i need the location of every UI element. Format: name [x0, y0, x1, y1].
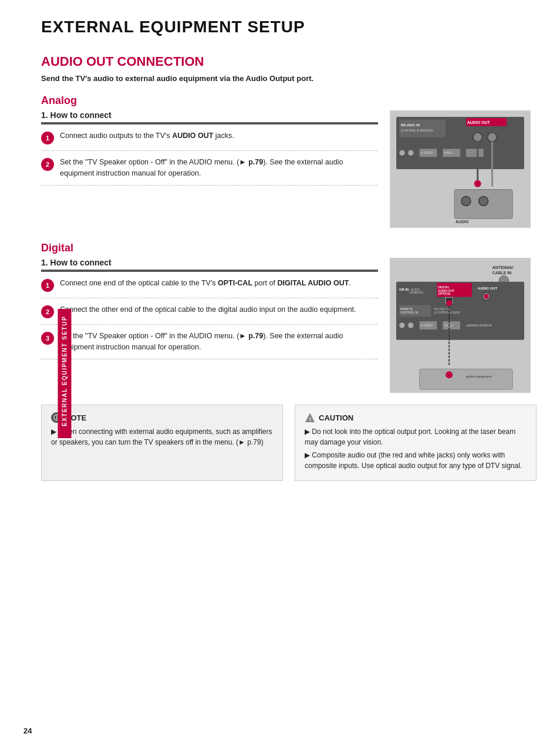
analog-step-text-1: Connect audio outputs to the TV's AUDIO …: [60, 130, 234, 142]
svg-rect-13: [466, 149, 484, 157]
svg-text:S-VIDEO: S-VIDEO: [421, 152, 433, 154]
svg-point-21: [479, 197, 488, 206]
digital-step-text-3: Set the "TV Speaker option - Off" in the…: [60, 331, 378, 353]
svg-text:GB IN: GB IN: [399, 288, 409, 291]
svg-point-9: [399, 150, 405, 156]
note-text: When connecting with external audio equi…: [51, 426, 273, 447]
svg-rect-53: [420, 369, 513, 389]
svg-text:S-VIDEO: S-VIDEO: [421, 324, 433, 327]
digital-step-heading: 1. How to connect: [41, 258, 378, 271]
analog-step-number-1: 1: [41, 132, 54, 144]
svg-point-7: [473, 133, 483, 142]
section-intro: Send the TV's audio to external audio eq…: [41, 74, 537, 83]
analog-steps: 1. How to connect 1 Connect audio output…: [41, 110, 378, 228]
page-title: EXTERNAL EQUIPMENT SETUP: [41, 18, 537, 36]
svg-text:OPTICAL: OPTICAL: [438, 292, 451, 295]
caution-box: ! CAUTION Do not look into the optical o…: [295, 405, 537, 481]
svg-text:DIGITAL: DIGITAL: [438, 286, 449, 289]
analog-step-group: 1 Connect audio outputs to the TV's AUDI…: [41, 123, 378, 186]
svg-text:AUDIO: AUDIO: [411, 288, 420, 291]
digital-image-col: ANTENNA/ CABLE IN GB IN AUDIO (RGB/DVI): [390, 258, 537, 393]
svg-text:L(MONO)-AUDIO-R: L(MONO)-AUDIO-R: [466, 324, 492, 327]
note-box: ⓘ NOTE When connecting with external aud…: [41, 405, 283, 481]
caution-title-text: CAUTION: [319, 413, 353, 422]
svg-point-10: [408, 150, 414, 156]
svg-point-44: [399, 322, 405, 328]
digital-step-text-2: Connect the other end of the optical cab…: [60, 304, 356, 315]
svg-point-52: [446, 300, 452, 306]
digital-steps: 1. How to connect 1 Connect one end of t…: [41, 258, 378, 393]
svg-point-38: [484, 294, 489, 298]
digital-sub-heading: Digital: [41, 242, 537, 254]
digital-step-2: 2 Connect the other end of the optical c…: [41, 298, 378, 325]
svg-text:VIDEO: VIDEO: [444, 152, 453, 154]
digital-step-number-2: 2: [41, 305, 54, 318]
analog-section: Analog 1. How to connect 1 Connect audio…: [41, 95, 537, 228]
caution-text-2: Composite audio out (the red and white j…: [305, 450, 527, 471]
digital-step-number-1: 1: [41, 279, 54, 292]
digital-step-number-3: 3: [41, 332, 54, 345]
sidebar-label: EXTERNAL EQUIPMENT SETUP: [58, 309, 72, 438]
analog-sub-heading: Analog: [41, 95, 537, 107]
digital-step-text-1: Connect one end of the optical cable to …: [60, 278, 351, 289]
svg-text:AUDIO: AUDIO: [456, 220, 469, 224]
caution-title: ! CAUTION: [305, 412, 527, 423]
svg-text:ANTENNA/: ANTENNA/: [492, 265, 514, 270]
svg-text:(CONTROL & SERV: (CONTROL & SERV: [434, 311, 461, 314]
svg-text:audio equipment: audio equipment: [466, 375, 492, 378]
svg-text:CABLE IN: CABLE IN: [492, 271, 512, 275]
section-heading-audio-out: AUDIO OUT CONNECTION: [41, 54, 537, 69]
svg-point-54: [446, 371, 453, 378]
caution-icon: !: [305, 412, 315, 423]
svg-point-45: [408, 322, 414, 328]
svg-text:RS-232C IN: RS-232C IN: [401, 123, 420, 127]
analog-step-text-2: Set the "TV Speaker option - Off" in the…: [60, 157, 378, 179]
digital-tv-image: ANTENNA/ CABLE IN GB IN AUDIO (RGB/DVI): [390, 258, 531, 393]
svg-text:AUDIO OUT: AUDIO OUT: [478, 287, 498, 290]
svg-text:REMOTE: REMOTE: [400, 308, 413, 311]
svg-text:!: !: [309, 416, 311, 422]
analog-tv-image: RS-232C IN (CONTROL & SERVICE) AUDIO OUT: [390, 110, 531, 228]
analog-step-1: 1 Connect audio outputs to the TV's AUDI…: [41, 124, 378, 151]
bottom-boxes: ⓘ NOTE When connecting with external aud…: [41, 405, 537, 489]
analog-step-2: 2 Set the "TV Speaker option - Off" in t…: [41, 151, 378, 186]
svg-text:AUDIO OUT: AUDIO OUT: [438, 290, 454, 292]
analog-image-col: RS-232C IN (CONTROL & SERVICE) AUDIO OUT: [390, 110, 537, 228]
analog-step-heading: 1. How to connect: [41, 110, 378, 123]
svg-point-20: [461, 197, 471, 206]
svg-text:VIDEO: VIDEO: [444, 324, 453, 327]
svg-text:CONTROL IN: CONTROL IN: [400, 311, 419, 314]
analog-step-number-2: 2: [41, 158, 54, 171]
digital-step-1: 1 Connect one end of the optical cable t…: [41, 272, 378, 298]
note-title: ⓘ NOTE: [51, 412, 273, 423]
caution-text-1: Do not look into the optical output port…: [305, 426, 527, 447]
svg-point-18: [474, 180, 481, 187]
page-number: 24: [23, 726, 32, 735]
digital-section: Digital 1. How to connect 1 Connect one …: [41, 242, 537, 393]
digital-step-3: 3 Set the "TV Speaker option - Off" in t…: [41, 325, 378, 359]
svg-point-8: [488, 133, 497, 142]
svg-text:RS-232C IN: RS-232C IN: [434, 308, 450, 311]
digital-step-group: 1 Connect one end of the optical cable t…: [41, 271, 378, 359]
svg-text:(RGB/DVI): (RGB/DVI): [410, 291, 424, 294]
svg-text:(CONTROL & SERVICE): (CONTROL & SERVICE): [401, 129, 433, 132]
svg-text:AUDIO OUT: AUDIO OUT: [467, 120, 491, 124]
